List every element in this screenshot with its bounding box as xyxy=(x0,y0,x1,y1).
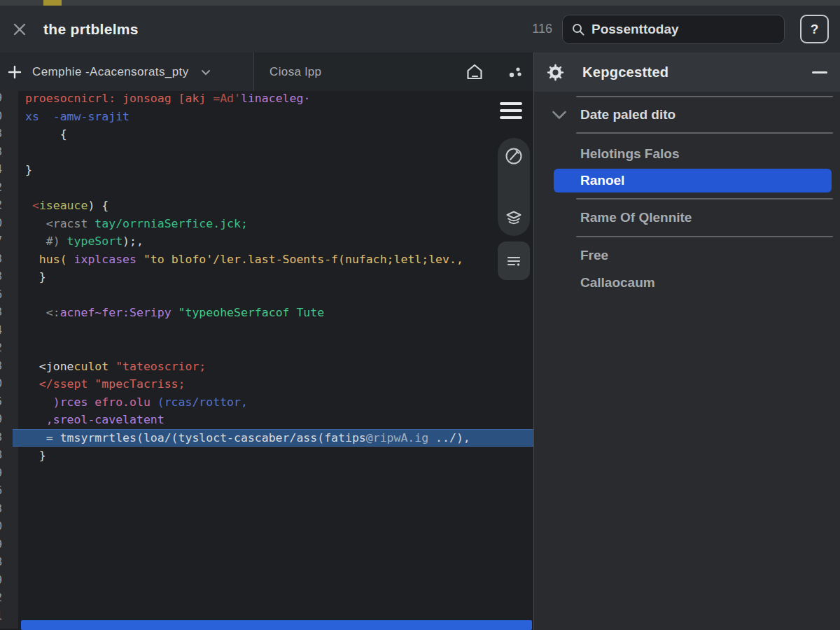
code-token: < xyxy=(25,199,39,212)
sidebar-item[interactable]: Rame Of Qlennite xyxy=(534,205,840,230)
line-number: 6 xyxy=(0,286,18,304)
code-token: ) { xyxy=(88,199,108,212)
close-icon[interactable] xyxy=(11,21,28,38)
result-count: 116 xyxy=(532,22,552,36)
layers-icon[interactable] xyxy=(504,208,524,227)
tab-active-label[interactable]: Cemphie -Acacensorats_pty xyxy=(32,65,189,79)
sidebar-panel: Kepgcestted Date paled dito Helotings Fa… xyxy=(533,52,840,630)
dots-cluster-icon[interactable] xyxy=(506,63,524,81)
add-tab-icon[interactable] xyxy=(7,64,22,80)
code-token: tmsyrmrtles(loa/(tysloct-cascaber/ass(fa… xyxy=(60,431,366,444)
code-token: efro.olu xyxy=(94,396,157,409)
code-token: <racst xyxy=(25,217,94,230)
code-line[interactable]: #) typeSort);, xyxy=(25,232,533,251)
code-line[interactable]: <:acnef~fer:Seripy "typeoheSerfacof Tute xyxy=(25,304,533,322)
code-line[interactable]: } xyxy=(25,268,533,286)
code-token: = xyxy=(25,431,60,444)
code-token: "mpecTacriss; xyxy=(94,377,185,391)
code-line[interactable] xyxy=(25,179,533,197)
line-number: 7 xyxy=(0,232,18,251)
code-line[interactable] xyxy=(25,144,533,162)
code-line[interactable]: xs -amw-srajit xyxy=(25,108,533,126)
line-number: 0 xyxy=(0,518,18,536)
line-number: 3 xyxy=(0,268,18,286)
help-button[interactable]: ? xyxy=(800,15,829,43)
sidebar-list: Helotings FalosRanoelRame Of QlenniteFre… xyxy=(534,141,840,295)
code-token: culot xyxy=(74,360,116,373)
page-title: the prtblelms xyxy=(43,21,139,38)
line-number: 9 xyxy=(0,536,18,554)
chevron-down-icon[interactable] xyxy=(200,66,211,78)
code-token: </ssept xyxy=(25,377,94,391)
line-number: 5 xyxy=(0,393,18,412)
top-strip-accent-chip xyxy=(43,0,62,6)
code-token: hus( xyxy=(25,253,74,266)
code-line[interactable] xyxy=(25,340,533,358)
line-number: 3 xyxy=(0,251,18,269)
code-token: xs xyxy=(25,110,53,123)
line-number: 4 xyxy=(0,161,18,179)
sidebar-item[interactable]: Callaocaum xyxy=(534,270,840,295)
code-line-highlighted[interactable]: = tmsyrmrtles(loa/(tysloct-cascaber/ass(… xyxy=(13,429,533,447)
line-number: 3 xyxy=(0,500,18,519)
sidebar-section[interactable]: Date paled dito xyxy=(534,97,840,132)
code-line[interactable]: { xyxy=(25,125,533,144)
sidebar-item[interactable]: Helotings Falos xyxy=(534,141,840,167)
code-token: ixplcases xyxy=(74,253,144,266)
code-token: #) xyxy=(25,234,67,248)
code-token: jonsoag xyxy=(122,92,178,105)
sidebar-item[interactable]: Free xyxy=(534,243,840,268)
search-input[interactable]: Possenttoday xyxy=(562,15,785,44)
code-token: } xyxy=(25,449,46,462)
code-token: typeSort xyxy=(67,234,122,248)
code-token: <: xyxy=(25,306,60,319)
window-top-strip xyxy=(0,0,840,6)
code-token: "tateoscrior; xyxy=(115,360,206,373)
code-line[interactable]: <joneculot "tateoscrior; xyxy=(25,358,533,376)
code-line[interactable]: <racst tay/orrniaSerfice.jck; xyxy=(25,215,533,233)
code-line[interactable]: } xyxy=(25,161,533,179)
code-token: );, xyxy=(122,234,144,248)
help-label: ? xyxy=(811,22,819,37)
code-line[interactable]: )rces efro.olu (rcas/rottor, xyxy=(25,393,533,412)
code-line[interactable] xyxy=(25,286,533,304)
code-line[interactable]: hus( ixplcases "to blofo'/ler.last-Soent… xyxy=(25,251,533,269)
line-number: 4 xyxy=(0,322,18,340)
editor-menu-icon[interactable] xyxy=(500,102,524,123)
code-line[interactable]: <iseauce) { xyxy=(25,197,533,215)
divider xyxy=(576,198,833,200)
sidebar-item-selected[interactable]: Ranoel xyxy=(554,169,832,192)
code-line[interactable]: </ssept "mpecTacriss; xyxy=(25,375,533,393)
search-icon xyxy=(571,22,585,36)
line-number: 9 xyxy=(0,465,18,483)
circle-pen-icon[interactable] xyxy=(504,146,524,166)
code-token: } xyxy=(25,163,32,176)
line-number: 0 xyxy=(0,215,18,233)
gutter: 903342207336342305938963098921 xyxy=(0,90,18,629)
code-line[interactable]: ,sreol-cavelatent xyxy=(25,411,533,429)
divider xyxy=(576,236,833,237)
line-number: 9 xyxy=(0,411,18,429)
search-value: Possenttoday xyxy=(592,22,679,37)
line-number: 9 xyxy=(0,572,18,590)
code-token: linaceleg· xyxy=(241,92,310,105)
home-icon[interactable] xyxy=(464,62,485,83)
code-token: (rcas/rottor, xyxy=(158,396,248,409)
line-number: 8 xyxy=(0,554,18,572)
sidebar-title: Kepgcestted xyxy=(582,64,668,80)
code-token: @ripwA.ig xyxy=(366,431,428,444)
gear-icon[interactable] xyxy=(547,64,564,81)
code-line[interactable] xyxy=(25,322,533,340)
list-info-icon xyxy=(505,252,523,270)
tab-secondary[interactable]: Ciosa lpp xyxy=(254,52,533,91)
editor-tool-pill xyxy=(498,138,530,236)
code-line[interactable]: } xyxy=(25,447,533,465)
chevron-down-icon[interactable] xyxy=(551,106,568,123)
collapse-icon[interactable] xyxy=(812,71,827,74)
code-token: =Ad' xyxy=(213,92,241,105)
list-info-button[interactable] xyxy=(498,241,530,280)
line-number: 2 xyxy=(0,179,18,197)
code-line[interactable]: proesocnicrl: jonsoag [akj =Ad'linaceleg… xyxy=(25,90,533,108)
horizontal-scrollbar[interactable] xyxy=(21,620,532,630)
line-number: 2 xyxy=(0,197,18,215)
